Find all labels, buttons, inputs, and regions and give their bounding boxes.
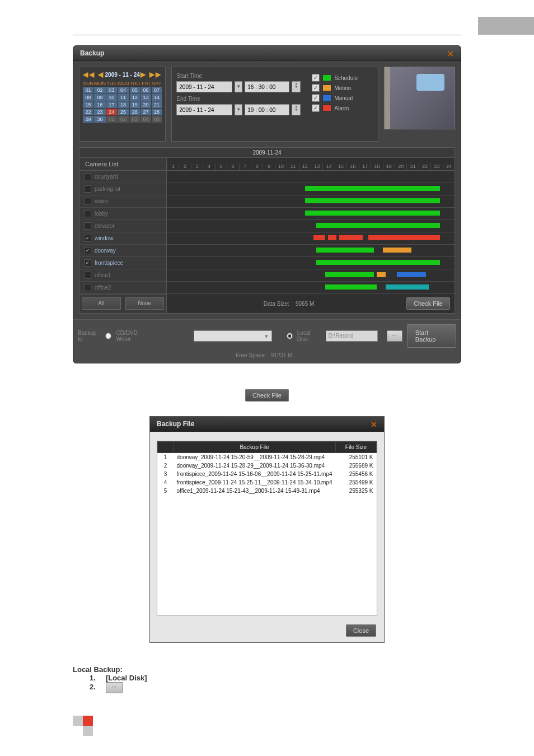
calendar-day[interactable]: 11 bbox=[118, 94, 129, 101]
table-row[interactable]: 2doorway_2009-11-24 15-28-29__2009-11-24… bbox=[158, 461, 377, 470]
checkbox-icon[interactable] bbox=[84, 210, 91, 217]
calendar-day[interactable]: 27 bbox=[140, 109, 151, 115]
timeline-row[interactable] bbox=[167, 245, 455, 257]
calendar-day[interactable]: 18 bbox=[118, 101, 129, 108]
calendar-day[interactable]: 16 bbox=[94, 101, 106, 108]
cd-dvd-radio[interactable] bbox=[105, 333, 111, 339]
camera-item[interactable]: doorway bbox=[79, 245, 166, 257]
camera-item[interactable]: elevator bbox=[79, 220, 166, 232]
calendar-day[interactable]: 03 bbox=[130, 116, 140, 123]
calendar-day[interactable]: 04 bbox=[118, 87, 129, 94]
table-row[interactable]: 1doorway_2009-11-24 15-20-59__2009-11-24… bbox=[158, 453, 377, 462]
checkbox-icon[interactable] bbox=[84, 198, 91, 205]
start-time-spinner[interactable]: ▲▼ bbox=[292, 81, 301, 92]
camera-item[interactable]: stairs bbox=[79, 195, 166, 208]
calendar-day[interactable]: 13 bbox=[140, 94, 151, 101]
close-button[interactable]: Close bbox=[346, 624, 376, 637]
calendar-day[interactable]: 02 bbox=[118, 116, 129, 123]
checkbox-icon[interactable] bbox=[84, 173, 91, 180]
check-file-button-standalone[interactable]: Check File bbox=[245, 389, 289, 402]
calendar-day[interactable]: 08 bbox=[83, 94, 93, 101]
checkbox-icon[interactable] bbox=[84, 272, 91, 279]
check-file-button[interactable]: Check File bbox=[406, 297, 450, 310]
calendar-day[interactable]: 04 bbox=[140, 116, 151, 123]
calendar-day[interactable]: 28 bbox=[152, 109, 162, 115]
cd-drive-select[interactable]: ▼ bbox=[194, 330, 272, 342]
camera-item[interactable]: parking lot bbox=[79, 183, 166, 195]
record-type-manual[interactable]: ✓Manual bbox=[312, 94, 373, 102]
timeline-row[interactable] bbox=[167, 208, 455, 220]
timeline-row[interactable] bbox=[167, 232, 455, 245]
record-type-alarm[interactable]: ✓Alarm bbox=[312, 104, 373, 112]
timeline-row[interactable] bbox=[167, 257, 455, 269]
checkbox-icon[interactable] bbox=[84, 259, 91, 267]
end-time-input[interactable] bbox=[245, 104, 289, 115]
end-date-input[interactable] bbox=[176, 104, 232, 115]
calendar-day[interactable]: 21 bbox=[152, 101, 162, 108]
close-icon[interactable]: ✕ bbox=[447, 49, 454, 58]
dropdown-icon[interactable]: ▼ bbox=[235, 104, 242, 115]
camera-item[interactable]: office1 bbox=[79, 269, 166, 282]
calendar[interactable]: ◀◀ ◀ 2009 - 11 - 24 ▶ ▶▶ SUNMONTUEWEDTHU… bbox=[79, 67, 166, 142]
calendar-day[interactable]: 02 bbox=[94, 87, 106, 94]
select-all-button[interactable]: All bbox=[82, 297, 121, 310]
select-none-button[interactable]: None bbox=[125, 297, 165, 310]
calendar-day[interactable]: 03 bbox=[106, 87, 117, 94]
camera-item[interactable]: courtyard bbox=[79, 171, 166, 183]
checkbox-icon[interactable] bbox=[84, 247, 91, 254]
camera-item[interactable]: office2 bbox=[79, 282, 166, 294]
calendar-day[interactable]: 22 bbox=[83, 109, 93, 115]
calendar-day[interactable]: 23 bbox=[94, 109, 106, 115]
checkbox-icon[interactable] bbox=[84, 185, 91, 193]
calendar-day[interactable]: 12 bbox=[130, 94, 140, 101]
timeline-row[interactable] bbox=[167, 269, 455, 282]
calendar-day[interactable]: 26 bbox=[130, 109, 140, 115]
start-time-input[interactable] bbox=[245, 81, 289, 92]
calendar-day[interactable]: 20 bbox=[140, 101, 151, 108]
calendar-day[interactable]: 19 bbox=[130, 101, 140, 108]
calendar-day[interactable]: 10 bbox=[106, 94, 117, 101]
calendar-day[interactable]: 01 bbox=[83, 87, 93, 94]
calendar-day[interactable]: 17 bbox=[106, 101, 117, 108]
calendar-day[interactable]: 05 bbox=[130, 87, 140, 94]
timeline-tracks[interactable]: 123456789101112131415161718192021222324 … bbox=[167, 158, 455, 313]
table-row[interactable]: 3frontispiece_2009-11-24 15-16-06__2009-… bbox=[158, 470, 377, 478]
local-path-input[interactable]: D:\Record bbox=[326, 330, 378, 342]
calendar-day[interactable]: 25 bbox=[118, 109, 129, 115]
calendar-day[interactable]: 30 bbox=[94, 116, 106, 123]
timeline-row[interactable] bbox=[167, 282, 455, 294]
record-type-motion[interactable]: ✓Motion bbox=[312, 84, 373, 92]
cal-next-icon[interactable]: ▶ ▶▶ bbox=[140, 71, 162, 78]
close-icon[interactable]: ✕ bbox=[371, 420, 377, 429]
timeline-row[interactable] bbox=[167, 171, 455, 183]
camera-item[interactable]: lobby bbox=[79, 208, 166, 220]
local-disk-radio[interactable] bbox=[287, 333, 293, 339]
record-type-schedule[interactable]: ✓Schedule bbox=[312, 74, 373, 82]
calendar-day[interactable]: 29 bbox=[83, 116, 93, 123]
calendar-day[interactable]: 01 bbox=[106, 116, 117, 123]
start-date-input[interactable] bbox=[176, 81, 232, 92]
table-row[interactable]: 4frontispiece_2009-11-24 15-25-11__2009-… bbox=[158, 478, 377, 487]
browse-button[interactable]: ··· bbox=[387, 330, 402, 342]
calendar-day[interactable]: 09 bbox=[94, 94, 106, 101]
calendar-day[interactable]: 07 bbox=[152, 87, 162, 94]
end-time-spinner[interactable]: ▲▼ bbox=[292, 104, 301, 115]
timeline-row[interactable] bbox=[167, 220, 455, 232]
calendar-day[interactable]: 05 bbox=[152, 116, 162, 123]
checkbox-icon[interactable] bbox=[84, 284, 91, 291]
calendar-day[interactable]: 24 bbox=[106, 109, 117, 115]
start-backup-button[interactable]: Start Backup bbox=[407, 324, 456, 348]
checkbox-icon[interactable] bbox=[84, 222, 91, 230]
col-size: File Size bbox=[336, 442, 377, 453]
dropdown-icon[interactable]: ▼ bbox=[235, 81, 242, 92]
calendar-day[interactable]: 14 bbox=[152, 94, 162, 101]
camera-item[interactable]: frontispiece bbox=[79, 257, 166, 269]
timeline-row[interactable] bbox=[167, 183, 455, 195]
cal-prev-icon[interactable]: ◀◀ ◀ bbox=[83, 71, 104, 78]
checkbox-icon[interactable] bbox=[84, 235, 91, 242]
calendar-day[interactable]: 06 bbox=[140, 87, 151, 94]
table-row[interactable]: 5office1_2009-11-24 15-21-43__2009-11-24… bbox=[158, 487, 377, 495]
calendar-day[interactable]: 15 bbox=[83, 101, 93, 108]
camera-item[interactable]: window bbox=[79, 232, 166, 245]
timeline-row[interactable] bbox=[167, 195, 455, 208]
